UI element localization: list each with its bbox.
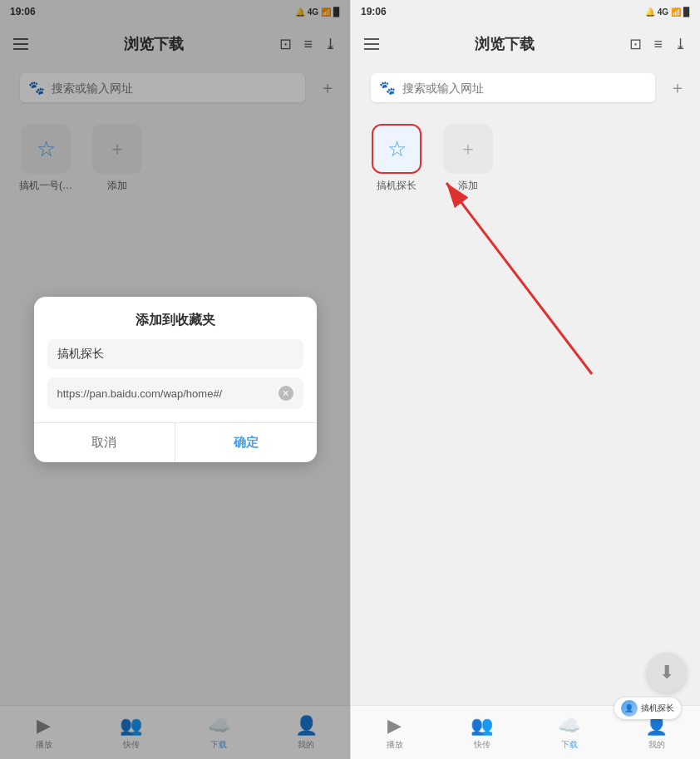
toolbar-icons-right: ⊡ ≡ ⤓ <box>629 35 687 53</box>
nav-share-right[interactable]: 👥 快传 <box>453 715 511 751</box>
add-bookmark-dialog: 添加到收藏夹 https://pan.baidu.com/wap/home#/ … <box>34 297 317 462</box>
download-icon-right[interactable]: ⤓ <box>674 35 687 53</box>
list-icon-right[interactable]: ≡ <box>653 36 663 53</box>
time-right: 19:06 <box>361 6 387 17</box>
nav-download-label-right: 下载 <box>561 739 578 751</box>
dialog-buttons: 取消 确定 <box>34 422 317 462</box>
notification-icon-right: 🔔 <box>645 7 655 17</box>
dialog-cancel-button[interactable]: 取消 <box>34 423 176 462</box>
bookmark-add-right[interactable]: ＋ 添加 <box>439 124 497 193</box>
nav-play-right[interactable]: ▶ 播放 <box>366 715 424 751</box>
nav-share-label-right: 快传 <box>474 739 490 751</box>
download-nav-icon-right: ☁️ <box>558 715 580 737</box>
toolbar-right: 浏览下载 ⊡ ≡ ⤓ <box>351 23 700 65</box>
status-bar-right: 19:06 🔔 4G 📶 ▉ <box>351 0 700 23</box>
toolbar-title-right: 浏览下载 <box>475 34 535 54</box>
right-panel: 19:06 🔔 4G 📶 ▉ 浏览下载 ⊡ ≡ ⤓ 🐾 ＋ <box>350 0 700 759</box>
dialog-url-text: https://pan.baidu.com/wap/home#/ <box>57 387 223 400</box>
bookmarks-grid-right: ☆ 搞机探长 ＋ 添加 <box>351 111 700 206</box>
bookmark-icon-add-right: ＋ <box>443 124 493 174</box>
dialog-confirm-button[interactable]: 确定 <box>175 423 317 462</box>
paw-icon-right: 🐾 <box>379 80 396 96</box>
resize-icon-right[interactable]: ⊡ <box>629 35 642 53</box>
dialog-url-row: https://pan.baidu.com/wap/home#/ ✕ <box>47 377 303 409</box>
bottom-nav-right: ▶ 播放 👥 快传 ☁️ 下载 👤 搞机探长 👤 我的 <box>351 705 700 759</box>
add-tab-button-right[interactable]: ＋ <box>665 76 690 101</box>
download-fab-button[interactable]: ⬇ <box>647 653 687 692</box>
avatar-badge-text: 搞机探长 <box>641 702 674 714</box>
dialog-clear-button[interactable]: ✕ <box>279 386 293 401</box>
hamburger-button-right[interactable] <box>364 38 379 50</box>
signal-icon-right: 4G <box>658 7 668 17</box>
search-input-right[interactable] <box>402 81 647 95</box>
svg-line-1 <box>446 183 592 374</box>
nav-download-right[interactable]: ☁️ 下载 <box>540 715 599 751</box>
play-icon-right: ▶ <box>387 715 402 737</box>
avatar-badge: 👤 搞机探长 <box>614 697 681 719</box>
bookmark-icon-gaoji-right: ☆ <box>372 124 421 174</box>
search-bar-right[interactable]: 🐾 <box>371 73 655 102</box>
bookmark-label-gaoji-right: 搞机探长 <box>377 179 417 193</box>
left-panel: 19:06 🔔 4G 📶 ▉ 浏览下载 ⊡ ≡ ⤓ 🐾 ＋ ☆ <box>0 0 350 759</box>
dialog-name-input[interactable] <box>47 339 303 369</box>
share-icon-right: 👥 <box>471 715 493 737</box>
status-icons-right: 🔔 4G 📶 ▉ <box>645 7 690 17</box>
avatar-image: 👤 <box>621 700 638 717</box>
wifi-icon-right: 📶 <box>671 7 681 17</box>
bookmark-gaoji-right[interactable]: ☆ 搞机探长 <box>367 124 426 193</box>
dialog-title: 添加到收藏夹 <box>34 297 317 339</box>
nav-mine-label-right: 我的 <box>648 739 665 751</box>
battery-icon-right: ▉ <box>683 7 690 17</box>
nav-mine-right[interactable]: 👤 搞机探长 👤 我的 <box>628 715 686 751</box>
dialog-overlay: 添加到收藏夹 https://pan.baidu.com/wap/home#/ … <box>0 0 350 759</box>
nav-play-label-right: 播放 <box>387 739 403 751</box>
bookmark-label-add-right: 添加 <box>458 179 478 193</box>
